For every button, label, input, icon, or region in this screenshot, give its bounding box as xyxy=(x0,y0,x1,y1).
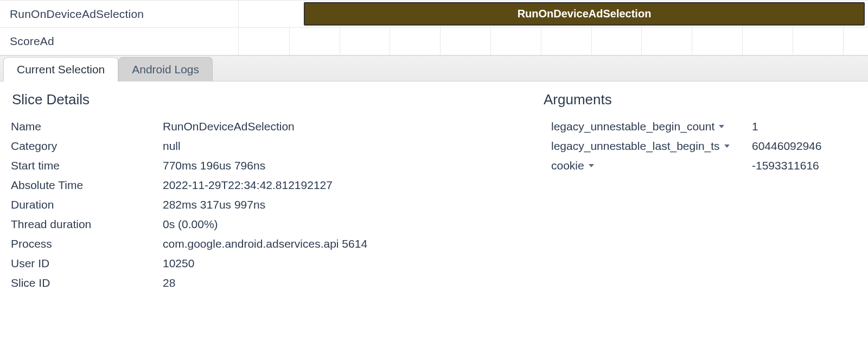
arg-key[interactable]: cookie xyxy=(551,159,752,172)
track-label-score-ad[interactable]: ScoreAd xyxy=(0,28,239,55)
kv-value: 282ms 317us 997ns xyxy=(163,198,510,211)
kv-value: 770ms 196us 796ns xyxy=(163,159,510,172)
track-row: ScoreAd xyxy=(0,28,868,55)
kv-row-slice-id: Slice ID 28 xyxy=(11,273,510,293)
kv-row-process: Process com.google.android.adservices.ap… xyxy=(11,234,510,254)
kv-value: com.google.android.adservices.api 5614 xyxy=(163,237,510,250)
kv-value: 2022-11-29T22:34:42.812192127 xyxy=(163,179,510,192)
arg-value: 1 xyxy=(752,120,758,133)
kv-row-name: Name RunOnDeviceAdSelection xyxy=(11,117,510,136)
kv-value: 10250 xyxy=(163,257,510,270)
slice-details-column: Slice Details Name RunOnDeviceAdSelectio… xyxy=(11,91,510,293)
trace-slice-run-on-device-ad-selection[interactable]: RunOnDeviceAdSelection xyxy=(304,2,865,26)
slice-details-title: Slice Details xyxy=(12,91,510,108)
kv-value: RunOnDeviceAdSelection xyxy=(163,120,510,133)
caret-down-icon xyxy=(589,164,594,167)
track-content[interactable]: RunOnDeviceAdSelection xyxy=(239,1,868,27)
kv-label: Category xyxy=(11,140,163,153)
arg-row: legacy_unnestable_begin_count 1 xyxy=(542,117,846,136)
kv-label: Absolute Time xyxy=(11,179,163,192)
track-label-run-on-device-ad-selection[interactable]: RunOnDeviceAdSelection xyxy=(0,1,239,27)
kv-row-category: Category null xyxy=(11,136,510,156)
arg-key[interactable]: legacy_unnestable_begin_count xyxy=(551,120,752,133)
timeline-tracks: RunOnDeviceAdSelection RunOnDeviceAdSele… xyxy=(0,0,868,55)
arg-value: -1593311616 xyxy=(752,159,819,172)
kv-value: 28 xyxy=(163,276,510,290)
kv-row-absolute-time: Absolute Time 2022-11-29T22:34:42.812192… xyxy=(11,175,510,195)
arg-row: legacy_unnestable_last_begin_ts 60446092… xyxy=(542,136,846,156)
arg-row: cookie -1593311616 xyxy=(542,156,846,175)
kv-value: 0s (0.00%) xyxy=(163,218,510,231)
arg-key-text: legacy_unnestable_last_begin_ts xyxy=(551,140,720,153)
arguments-title: Arguments xyxy=(544,91,846,108)
kv-label: Process xyxy=(11,237,163,250)
kv-label: Start time xyxy=(11,159,163,172)
track-content[interactable] xyxy=(239,28,868,55)
arg-value: 60446092946 xyxy=(752,140,821,153)
details-panel: Slice Details Name RunOnDeviceAdSelectio… xyxy=(0,81,868,309)
kv-value: null xyxy=(163,140,510,153)
kv-label: Duration xyxy=(11,198,163,211)
kv-row-thread-duration: Thread duration 0s (0.00%) xyxy=(11,215,510,234)
details-tab-bar: Current Selection Android Logs xyxy=(0,55,868,81)
kv-row-start-time: Start time 770ms 196us 796ns xyxy=(11,156,510,175)
kv-label: Name xyxy=(11,120,163,133)
arguments-column: Arguments legacy_unnestable_begin_count … xyxy=(542,91,846,293)
timeline-gridlines xyxy=(239,28,868,55)
tab-current-selection[interactable]: Current Selection xyxy=(3,57,118,81)
arg-key-text: legacy_unnestable_begin_count xyxy=(551,120,714,133)
kv-label: Slice ID xyxy=(11,276,163,290)
caret-down-icon xyxy=(719,125,724,128)
kv-label: Thread duration xyxy=(11,218,163,231)
tab-android-logs[interactable]: Android Logs xyxy=(118,57,213,81)
kv-row-duration: Duration 282ms 317us 997ns xyxy=(11,195,510,215)
kv-label: User ID xyxy=(11,257,163,270)
track-row: RunOnDeviceAdSelection RunOnDeviceAdSele… xyxy=(0,1,868,28)
kv-row-user-id: User ID 10250 xyxy=(11,254,510,273)
arg-key-text: cookie xyxy=(551,159,584,172)
caret-down-icon xyxy=(724,144,730,148)
arg-key[interactable]: legacy_unnestable_last_begin_ts xyxy=(551,140,752,153)
